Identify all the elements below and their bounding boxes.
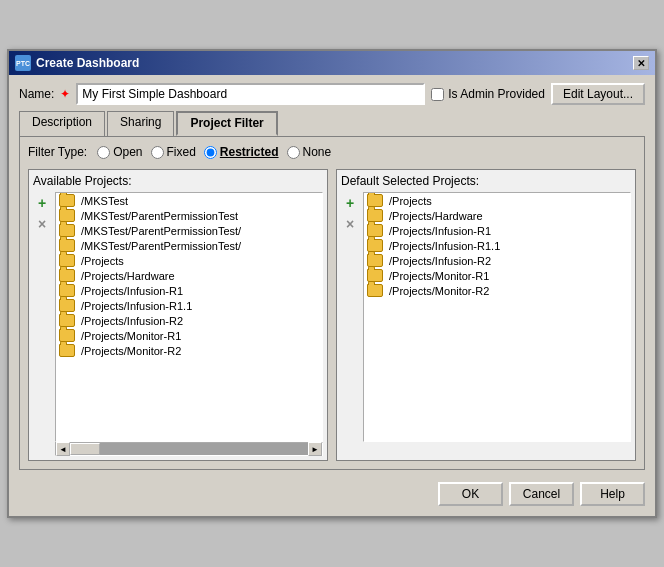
default-selected-list[interactable]: /Projects/Projects/Hardware/Projects/Inf… [363, 192, 631, 442]
scrollbar-thumb [70, 443, 100, 455]
dialog-body: Name: ✦ Is Admin Provided Edit Layout...… [9, 75, 655, 516]
required-star: ✦ [60, 87, 70, 101]
available-projects-buttons: + × [33, 192, 51, 456]
close-button[interactable]: ✕ [633, 56, 649, 70]
list-item[interactable]: /Projects/Infusion-R1.1 [56, 298, 322, 313]
radio-none-input[interactable] [287, 146, 300, 159]
list-item[interactable]: /Projects [364, 193, 630, 208]
list-item[interactable]: /Projects/Infusion-R2 [56, 313, 322, 328]
list-item[interactable]: /Projects/Monitor-R2 [364, 283, 630, 298]
help-button[interactable]: Help [580, 482, 645, 506]
list-item[interactable]: /Projects/Monitor-R1 [56, 328, 322, 343]
default-selected-title: Default Selected Projects: [341, 174, 631, 188]
list-item[interactable]: /MKSTest/ParentPermissionTest/ [56, 238, 322, 253]
tabs-bar: Description Sharing Project Filter [19, 111, 645, 136]
list-item[interactable]: /Projects/Monitor-R2 [56, 343, 322, 358]
list-item[interactable]: /Projects/Infusion-R1 [364, 223, 630, 238]
available-add-button[interactable]: + [33, 194, 51, 212]
available-scrollbar[interactable]: ◄ ► [55, 442, 323, 456]
list-item[interactable]: /Projects/Infusion-R1.1 [364, 238, 630, 253]
radio-none[interactable]: None [287, 145, 332, 159]
radio-restricted[interactable]: Restricted [204, 145, 279, 159]
ok-button[interactable]: OK [438, 482, 503, 506]
available-remove-button[interactable]: × [33, 215, 51, 233]
scroll-right-btn[interactable]: ► [308, 442, 322, 456]
cancel-button[interactable]: Cancel [509, 482, 574, 506]
tab-description[interactable]: Description [19, 111, 105, 136]
list-item[interactable]: /MKSTest [56, 193, 322, 208]
ptc-icon: PTC [15, 55, 31, 71]
create-dashboard-dialog: PTC Create Dashboard ✕ Name: ✦ Is Admin … [7, 49, 657, 518]
list-item[interactable]: /Projects/Infusion-R2 [364, 253, 630, 268]
default-selected-buttons: + × [341, 192, 359, 442]
dialog-title: Create Dashboard [36, 56, 139, 70]
name-label: Name: [19, 87, 54, 101]
selected-add-button[interactable]: + [341, 194, 359, 212]
available-projects-content: + × /MKSTest/MKSTest/ParentPermissionTes… [33, 192, 323, 456]
list-item[interactable]: /Projects/Hardware [364, 208, 630, 223]
bottom-buttons: OK Cancel Help [19, 478, 645, 508]
name-row: Name: ✦ Is Admin Provided Edit Layout... [19, 83, 645, 105]
list-item[interactable]: /MKSTest/ParentPermissionTest [56, 208, 322, 223]
tab-project-filter[interactable]: Project Filter [176, 111, 277, 136]
edit-layout-button[interactable]: Edit Layout... [551, 83, 645, 105]
radio-open[interactable]: Open [97, 145, 142, 159]
admin-provided-label: Is Admin Provided [431, 87, 545, 101]
available-projects-title: Available Projects: [33, 174, 323, 188]
filter-type-radio-group: Open Fixed Restricted None [97, 145, 331, 159]
tab-content: Filter Type: Open Fixed Restricted [19, 136, 645, 470]
admin-provided-checkbox[interactable] [431, 88, 444, 101]
scroll-left-btn[interactable]: ◄ [56, 442, 70, 456]
radio-open-input[interactable] [97, 146, 110, 159]
list-item[interactable]: /MKSTest/ParentPermissionTest/ [56, 223, 322, 238]
default-selected-projects-panel: Default Selected Projects: + × /Projects… [336, 169, 636, 461]
radio-fixed-input[interactable] [151, 146, 164, 159]
default-selected-content: + × /Projects/Projects/Hardware/Projects… [341, 192, 631, 442]
filter-type-row: Filter Type: Open Fixed Restricted [28, 145, 636, 159]
list-item[interactable]: /Projects [56, 253, 322, 268]
title-bar: PTC Create Dashboard ✕ [9, 51, 655, 75]
title-bar-left: PTC Create Dashboard [15, 55, 139, 71]
name-input[interactable] [76, 83, 425, 105]
list-item[interactable]: /Projects/Hardware [56, 268, 322, 283]
scrollbar-track [70, 443, 308, 455]
available-projects-list-wrapper: /MKSTest/MKSTest/ParentPermissionTest/MK… [55, 192, 323, 456]
list-item[interactable]: /Projects/Monitor-R1 [364, 268, 630, 283]
available-projects-list[interactable]: /MKSTest/MKSTest/ParentPermissionTest/MK… [55, 192, 323, 442]
panels-row: Available Projects: + × /MKSTest/MKSTest… [28, 169, 636, 461]
radio-fixed[interactable]: Fixed [151, 145, 196, 159]
radio-restricted-input[interactable] [204, 146, 217, 159]
tab-sharing[interactable]: Sharing [107, 111, 174, 136]
filter-type-label: Filter Type: [28, 145, 87, 159]
list-item[interactable]: /Projects/Infusion-R1 [56, 283, 322, 298]
selected-remove-button[interactable]: × [341, 215, 359, 233]
available-projects-panel: Available Projects: + × /MKSTest/MKSTest… [28, 169, 328, 461]
